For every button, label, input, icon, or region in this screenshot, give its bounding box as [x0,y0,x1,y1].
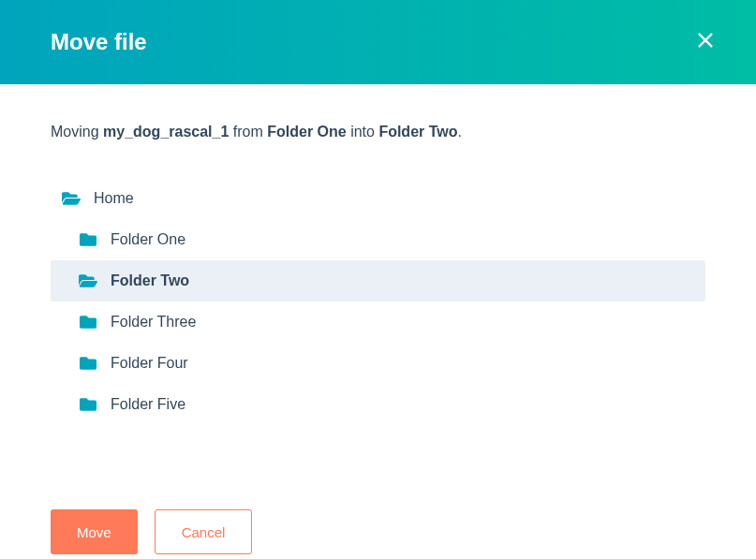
close-button[interactable] [692,29,719,55]
folder-row-folder-five[interactable]: Folder Five [51,384,705,425]
moving-prefix: Moving [51,124,103,140]
move-button[interactable]: Move [51,509,138,554]
folder-row-folder-two[interactable]: Folder Two [51,260,705,302]
folder-icon [79,396,97,413]
cancel-button[interactable]: Cancel [155,509,253,554]
folder-icon [79,314,97,331]
close-icon [695,30,716,54]
modal-header: Move file [0,0,756,84]
moving-middle2: into [347,124,379,140]
folder-label-home: Home [94,190,134,207]
moving-middle1: from [229,124,267,140]
moving-source-folder: Folder One [267,124,346,140]
modal-title: Move file [51,29,147,55]
folder-row-home[interactable]: Home [51,178,705,219]
folder-icon [79,355,97,372]
moving-dest-folder: Folder Two [378,124,457,140]
folder-open-icon [79,272,97,289]
folder-tree: Home Folder One Folder Two Folder Three [51,178,705,425]
modal-body: Moving my_dog_rascal_1 from Folder One i… [0,84,756,509]
folder-label: Folder Four [111,355,188,372]
folder-icon [79,231,97,248]
folder-row-folder-four[interactable]: Folder Four [51,343,705,384]
modal-footer: Move Cancel [0,509,756,554]
moving-description: Moving my_dog_rascal_1 from Folder One i… [51,124,705,140]
folder-label: Folder Three [111,314,196,331]
folder-label: Folder Five [111,396,185,413]
folder-label: Folder Two [111,272,189,289]
folder-open-icon [62,190,81,207]
moving-suffix: . [458,124,462,140]
moving-filename: my_dog_rascal_1 [103,124,229,140]
folder-label: Folder One [111,231,185,248]
folder-row-folder-one[interactable]: Folder One [51,219,705,260]
folder-row-folder-three[interactable]: Folder Three [51,302,705,343]
